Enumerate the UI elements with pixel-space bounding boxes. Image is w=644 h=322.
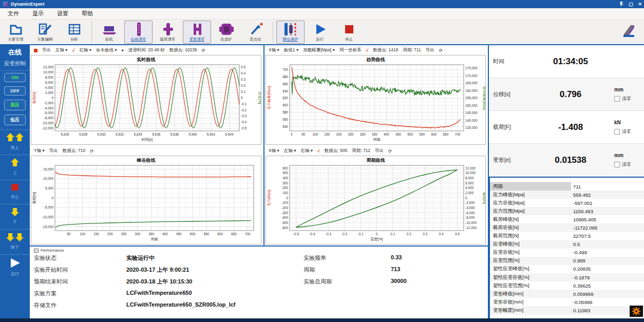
chart-tool-token-0[interactable]: Y轴 ▾ <box>34 148 45 154</box>
deform-zero-button[interactable]: 变形清零 <box>183 21 211 44</box>
run-button[interactable]: 运行 <box>306 21 334 44</box>
svg-text:250: 250 <box>348 132 354 136</box>
zero-checkbox-load[interactable] <box>614 129 620 135</box>
result-row-5: 载荷谷值[N]-11722.095 <box>490 223 644 232</box>
chart-tool-token-4[interactable]: √ <box>366 48 369 53</box>
chart-tool-token-1[interactable]: 导出 <box>49 148 58 154</box>
svg-text:-4,000: -4,000 <box>44 106 54 110</box>
chart-tool-token-1[interactable]: 左轴 ▾ <box>284 148 296 154</box>
sidebar-jog-run[interactable]: 运行 <box>0 254 30 279</box>
chart-box-cycle-loop: 周期曲线-0.5-0.4-0.3-0.2-0.100.10.20.30.40.5… <box>266 156 486 244</box>
sidebar-button-低压[interactable]: 低压 <box>4 115 26 125</box>
menu-item-3[interactable]: 帮助 <box>75 8 100 19</box>
sidebar-jog-fast-down[interactable]: 快下 <box>0 229 30 252</box>
series-valley-load <box>55 220 251 228</box>
sidebar-button-off[interactable]: OFF <box>4 86 26 96</box>
svg-text:200: 200 <box>282 186 288 190</box>
sidebar-button-高压[interactable]: 高压 <box>4 100 26 110</box>
chart-tool-token-5[interactable]: ▾ <box>122 48 124 53</box>
chart-tool-token-1[interactable]: 曲线1 ▾ <box>284 47 298 53</box>
chart-tool-token-0[interactable]: X轴 ▾ <box>269 47 279 53</box>
chart-tool-token-7: 数据点: 10239 <box>169 47 197 53</box>
menu-item-2[interactable]: 设置 <box>50 8 75 19</box>
svg-text:-0.1: -0.1 <box>358 232 364 236</box>
analysis-button[interactable]: 分析 <box>60 21 88 44</box>
svg-text:5,630: 5,630 <box>97 132 106 136</box>
sidebar-jog-jog-stop[interactable]: 停止 <box>0 180 30 202</box>
result-label-9: 应变范围[%] <box>490 257 571 265</box>
svg-text:-0.4: -0.4 <box>241 120 247 124</box>
sidebar-jog-up[interactable]: 上 <box>0 155 30 178</box>
stop-button[interactable]: 停止 <box>335 21 363 44</box>
scheme-edit-button[interactable]: 方案编辑 <box>31 21 59 44</box>
perf-label-left-0: 实验状态 <box>34 254 126 262</box>
results-header-spacer <box>490 178 644 182</box>
zero-label-deformation: 清零 <box>622 161 631 168</box>
svg-text:2,000: 2,000 <box>45 91 54 94</box>
limit-protect-button[interactable]: 限位保护 <box>276 21 305 44</box>
chart-tool-token-4[interactable]: 命令曲线 ▾ <box>96 47 117 53</box>
zero-checkbox-deformation[interactable] <box>614 162 620 167</box>
readout-value-load: -1.408 <box>527 122 614 132</box>
readout-unit-load: kN <box>614 120 640 125</box>
chart-tool-token-0[interactable]: 导出 <box>42 47 51 53</box>
readout-side-displacement: mm清零 <box>614 87 640 102</box>
chart-tool-token-3[interactable]: 右轴 ▾ <box>79 47 91 53</box>
chart-tool-token-3[interactable]: ⟳ <box>90 148 93 154</box>
chart-tool-token-6[interactable]: 导出 <box>375 148 384 154</box>
result-value-6: 22707.5 <box>571 233 644 239</box>
svg-text:500: 500 <box>282 171 288 175</box>
play-icon <box>312 22 328 36</box>
result-row-0: 周期711 <box>490 182 644 191</box>
furnace-button[interactable]: 高温炉 <box>212 21 240 44</box>
svg-text:650: 650 <box>231 232 237 236</box>
svg-text:-0.2: -0.2 <box>342 232 348 236</box>
svg-text:0.4: 0.4 <box>439 232 444 236</box>
chart-tool-token-3[interactable]: √ <box>317 148 320 154</box>
svg-text:5,628: 5,628 <box>79 132 88 136</box>
scheme-manage-button[interactable]: 方案管理 <box>2 21 30 44</box>
menu-item-1[interactable]: 显示 <box>26 8 50 19</box>
chart-tool-token-2[interactable]: √ <box>72 48 75 53</box>
svg-text:300: 300 <box>360 132 366 136</box>
chart-plot-trend: 0501001502002503003504004505005506006507… <box>266 62 485 142</box>
chart-tool-token-8[interactable]: ⟳ <box>202 48 205 53</box>
sidebar-button-on[interactable]: ON <box>4 73 26 82</box>
svg-text:0.5: 0.5 <box>455 232 460 236</box>
svg-text:150,000: 150,000 <box>465 104 478 107</box>
chart-tool-token-1[interactable]: 左轴 ▾ <box>55 47 68 53</box>
load-zero-button[interactable]: 载荷清零 <box>154 21 182 44</box>
result-row-7: 应变峰值[%]0.5 <box>490 240 644 249</box>
result-row-10: 塑性应变峰值[%]0.20835 <box>490 265 644 273</box>
maximize-button[interactable]: ▢ <box>629 0 633 8</box>
svg-text:-100: -100 <box>281 201 288 204</box>
zero-checkbox-displacement[interactable] <box>614 96 620 102</box>
result-row-4: 载荷峰值[N]10985.405 <box>490 215 644 223</box>
sidebar-jog-fast-up[interactable]: 快上 <box>0 129 30 153</box>
chart-tool-token-8[interactable]: ⟳ <box>439 48 443 53</box>
svg-text:应变[%]: 应变[%] <box>370 237 383 241</box>
chart-tool-token-3[interactable]: 同一坐标系 <box>339 47 362 53</box>
menu-item-0[interactable]: 文件 <box>1 8 26 19</box>
chart-cell-peak-valley: Y轴 ▾导出数据点: 710⟳峰谷曲线501001502002503003504… <box>30 146 263 245</box>
setpoint-control-button[interactable]: 定点控 <box>241 21 270 44</box>
sidebar-jog-down[interactable]: 下 <box>0 204 30 227</box>
svg-text:-10,000: -10,000 <box>42 121 53 125</box>
close-button[interactable]: ✕ <box>638 0 642 8</box>
center-area: 导出左轴 ▾√右轴 ▾命令曲线 ▾▾波形时间: 20.48 秒数据点: 1023… <box>30 45 489 318</box>
chart-tool-token-7[interactable]: ⟳ <box>388 148 392 154</box>
chart-tool-token-2[interactable]: 右轴 ▾ <box>300 148 313 154</box>
edit-icon <box>37 22 53 36</box>
svg-text:5,636: 5,636 <box>152 132 161 136</box>
svg-text:-10,000: -10,000 <box>465 221 477 224</box>
svg-text:0: 0 <box>465 196 467 200</box>
chart-tool-token-2[interactable]: 加载幅量[Mpa] ▾ <box>303 47 335 53</box>
chart-tool-token-7[interactable]: 导出 <box>426 47 434 53</box>
series-stress-amplitude <box>292 67 460 128</box>
connect-label: 联机 <box>105 37 113 42</box>
displacement-zero-button[interactable]: 位移清零 <box>124 21 153 44</box>
chart-tool-token-0[interactable]: X轴 ▾ <box>269 148 279 154</box>
connect-button[interactable]: 联机 <box>95 21 123 44</box>
readout-value-time: 01:34:05 <box>527 56 614 67</box>
gear-icon[interactable] <box>630 306 643 317</box>
